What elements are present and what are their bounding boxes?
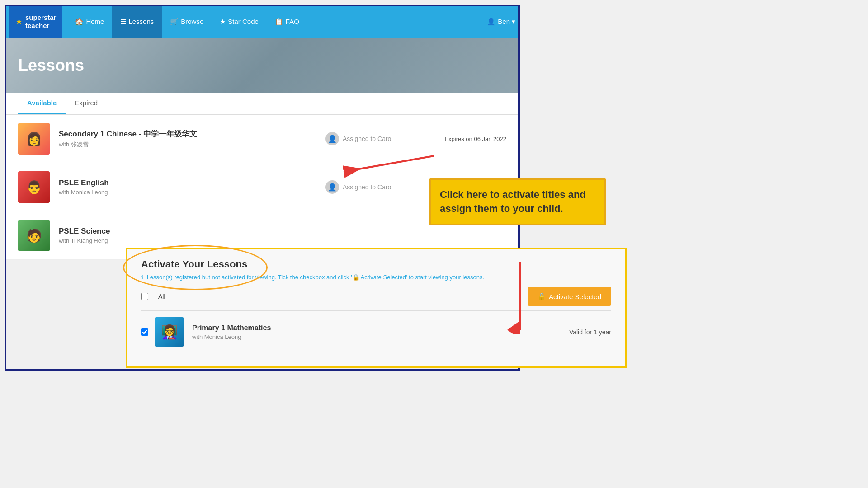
nav-browse[interactable]: 🛒 Browse (162, 5, 212, 38)
nav-faq[interactable]: 📋 FAQ (267, 5, 307, 38)
all-label: All (158, 293, 165, 300)
activate-lesson-thumbnail: 👩‍🏫 (155, 317, 184, 347)
select-all-checkbox[interactable] (141, 293, 148, 300)
activate-lesson-title: Primary 1 Mathematics (192, 324, 569, 332)
lesson-info: PSLE English with Monica Leong (59, 178, 307, 196)
lock-icon: 🔒 (538, 292, 546, 300)
faq-icon: 📋 (275, 18, 283, 26)
tab-expired[interactable]: Expired (66, 93, 107, 114)
lesson-row: 👩 Secondary 1 Chinese - 中学一年级华文 with 张凌雪… (5, 115, 520, 163)
lesson-assigned: 👤 Assigned to Carol (326, 180, 407, 194)
lesson-info: Secondary 1 Chinese - 中学一年级华文 with 张凌雪 (59, 129, 307, 149)
lesson-thumbnail-chinese: 👩 (18, 123, 50, 155)
lesson-subtitle: with Ti Kiang Heng (59, 237, 506, 244)
activate-lesson-subtitle: with Monica Leong (192, 333, 569, 340)
info-icon: ℹ (141, 274, 143, 281)
activate-panel: Activate Your Lessons ℹ Lesson(s) regist… (126, 248, 627, 368)
nav-user[interactable]: 👤 Ben ▾ (487, 18, 515, 26)
lesson-title: PSLE English (59, 178, 307, 188)
lesson-assigned: 👤 Assigned to Carol (326, 132, 407, 145)
lesson-checkbox[interactable] (141, 328, 148, 336)
browse-icon: 🛒 (170, 18, 179, 26)
lesson-thumbnail-science: 🧑 (18, 220, 50, 251)
star-icon: ★ (220, 18, 226, 26)
tooltip-text: Click here to activate titles and assign… (440, 188, 595, 216)
lesson-expiry: Expires on 06 Jan 2022 (425, 136, 506, 142)
lesson-title: PSLE Science (59, 227, 506, 236)
tab-available[interactable]: Available (18, 93, 66, 114)
nav-lessons[interactable]: ☰ Lessons (112, 5, 162, 38)
user-icon: 👤 (487, 18, 495, 26)
tooltip-box: Click here to activate titles and assign… (429, 178, 606, 225)
lesson-info: PSLE Science with Ti Kiang Heng (59, 227, 506, 244)
page-title: Lessons (18, 56, 84, 75)
activate-selected-button[interactable]: 🔒 Activate Selected (528, 287, 611, 306)
nav-home[interactable]: 🏠 Home (67, 5, 112, 38)
activate-all-row: All 🔒 Activate Selected (141, 287, 611, 306)
lesson-thumbnail-english: 👨 (18, 171, 50, 203)
activate-info: ℹ Lesson(s) registered but not activated… (141, 274, 611, 281)
nav-items: 🏠 Home ☰ Lessons 🛒 Browse ★ Star Code 📋 … (67, 5, 487, 38)
activate-validity: Valid for 1 year (569, 328, 611, 336)
lesson-title: Secondary 1 Chinese - 中学一年级华文 (59, 129, 307, 139)
home-icon: 🏠 (75, 18, 84, 26)
lessons-icon: ☰ (120, 18, 126, 26)
activate-all-left: All (141, 293, 165, 300)
navbar: ★ superstar teacher 🏠 Home ☰ Lessons 🛒 B… (5, 5, 520, 38)
activate-info-text: Lesson(s) registered but not activated f… (147, 274, 484, 281)
assigned-avatar: 👤 (326, 180, 339, 194)
tabs-bar: Available Expired (5, 93, 520, 115)
assigned-avatar: 👤 (326, 132, 339, 145)
logo-text: superstar teacher (25, 14, 56, 30)
hero-banner: Lessons (5, 38, 520, 93)
nav-starcode[interactable]: ★ Star Code (212, 5, 267, 38)
activate-panel-title: Activate Your Lessons (141, 258, 611, 270)
lesson-subtitle: with 张凌雪 (59, 141, 307, 149)
activate-lesson-info: Primary 1 Mathematics with Monica Leong (192, 324, 569, 340)
logo: ★ superstar teacher (9, 5, 62, 38)
logo-star-icon: ★ (15, 17, 23, 27)
lesson-subtitle: with Monica Leong (59, 189, 307, 196)
activate-lesson-row: 👩‍🏫 Primary 1 Mathematics with Monica Le… (141, 310, 611, 353)
